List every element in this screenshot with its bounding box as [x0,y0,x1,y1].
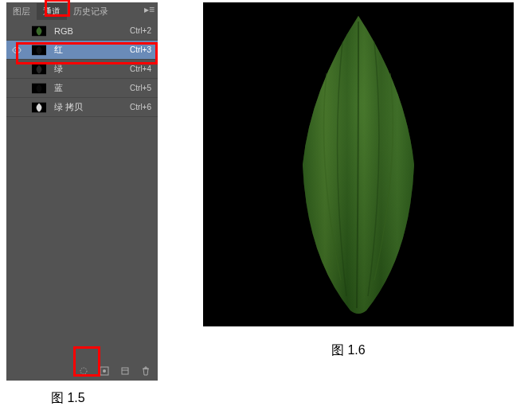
channel-name: 红 [54,44,130,56]
caption-right: 图 1.6 [331,342,366,359]
visibility-icon[interactable] [10,81,24,96]
svg-point-2 [15,49,18,52]
channel-shortcut: Ctrl+5 [130,84,155,92]
delete-channel-icon[interactable] [140,365,151,377]
panel-tabs: 图层 通道 历史记录 ▸≡ [6,2,158,20]
channel-shortcut: Ctrl+6 [130,103,155,111]
tab-layers[interactable]: 图层 [6,3,37,20]
channel-name: 绿 [54,63,130,75]
channel-thumb [29,24,49,38]
new-channel-icon[interactable] [119,365,131,377]
tab-channels[interactable]: 通道 [37,3,67,20]
channel-row-2[interactable]: 绿Ctrl+4 [6,60,158,79]
channel-thumb [29,62,49,76]
channel-thumb [29,100,49,115]
visibility-icon[interactable] [10,43,24,57]
channel-list: RGBCtrl+2红Ctrl+3绿Ctrl+4蓝Ctrl+5绿 拷贝Ctrl+6 [6,20,158,117]
channel-shortcut: Ctrl+2 [130,26,155,35]
save-selection-icon[interactable] [99,365,110,377]
channel-thumb [29,81,49,96]
visibility-icon[interactable] [10,100,24,115]
visibility-icon[interactable] [10,62,24,76]
channels-panel: 图层 通道 历史记录 ▸≡ RGBCtrl+2红Ctrl+3绿Ctrl+4蓝Ct… [6,2,158,381]
channel-row-0[interactable]: RGBCtrl+2 [6,21,158,41]
channel-name: 蓝 [54,82,130,94]
channel-thumb [29,43,49,57]
channel-shortcut: Ctrl+4 [130,64,155,73]
channel-name: RGB [54,26,130,36]
channel-name: 绿 拷贝 [54,101,130,113]
panel-menu-icon[interactable]: ▸≡ [144,4,155,15]
panel-footer [6,361,158,381]
svg-point-9 [103,369,106,373]
visibility-icon[interactable] [10,24,24,38]
svg-rect-10 [122,368,128,374]
tab-history[interactable]: 历史记录 [67,3,115,20]
svg-point-7 [80,368,87,374]
channel-row-3[interactable]: 蓝Ctrl+5 [6,79,158,98]
channel-row-4[interactable]: 绿 拷贝Ctrl+6 [6,98,158,117]
preview-image [203,2,514,326]
caption-left: 图 1.5 [51,390,85,407]
channel-shortcut: Ctrl+3 [130,45,155,54]
load-selection-icon[interactable] [78,365,89,377]
channel-row-1[interactable]: 红Ctrl+3 [6,41,158,60]
